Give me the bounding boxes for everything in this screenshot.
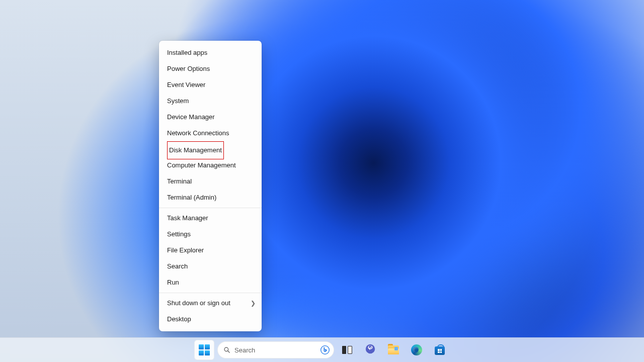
menu-item-terminal[interactable]: Terminal <box>159 173 262 190</box>
menu-item-run[interactable]: Run <box>159 275 262 291</box>
winx-context-menu: Installed apps Power Options Event Viewe… <box>159 41 262 331</box>
file-explorer-icon <box>388 345 399 354</box>
menu-separator <box>159 208 262 208</box>
microsoft-store-button[interactable] <box>430 340 450 360</box>
menu-item-device-manager[interactable]: Device Manager <box>159 109 262 125</box>
winx-menu-group-2: Task Manager Settings File Explorer Sear… <box>159 209 262 292</box>
svg-line-1 <box>228 351 230 353</box>
desktop[interactable]: Installed apps Power Options Event Viewe… <box>0 0 644 362</box>
menu-item-system[interactable]: System <box>159 93 262 109</box>
menu-item-network-connections[interactable]: Network Connections <box>159 125 262 141</box>
winx-menu-group-1: Installed apps Power Options Event Viewe… <box>159 44 262 207</box>
task-view-icon <box>342 346 352 354</box>
menu-item-task-manager[interactable]: Task Manager <box>159 210 262 226</box>
menu-item-terminal-admin[interactable]: Terminal (Admin) <box>159 190 262 206</box>
menu-separator <box>159 293 262 293</box>
menu-item-event-viewer[interactable]: Event Viewer <box>159 77 262 93</box>
taskbar-search[interactable]: Search <box>217 341 334 358</box>
menu-item-power-options[interactable]: Power Options <box>159 61 262 77</box>
edge-button[interactable] <box>407 340 427 360</box>
menu-item-settings[interactable]: Settings <box>159 226 262 242</box>
edge-icon <box>411 344 422 355</box>
task-view-button[interactable] <box>337 340 357 360</box>
winx-menu-group-3: Shut down or sign out ❯ Desktop <box>159 294 262 328</box>
search-icon <box>223 346 230 353</box>
svg-point-2 <box>321 346 330 354</box>
taskbar: Search <box>0 337 644 362</box>
chat-icon <box>365 343 376 356</box>
menu-item-shut-down-or-sign-out[interactable]: Shut down or sign out ❯ <box>159 295 262 311</box>
menu-item-file-explorer[interactable]: File Explorer <box>159 242 262 258</box>
menu-item-disk-management[interactable]: Disk Management <box>159 141 262 157</box>
bing-icon <box>319 344 331 356</box>
menu-item-search[interactable]: Search <box>159 258 262 275</box>
chevron-right-icon: ❯ <box>251 295 256 311</box>
file-explorer-button[interactable] <box>383 340 404 360</box>
chat-button[interactable] <box>360 340 380 360</box>
search-placeholder: Search <box>234 346 255 354</box>
start-button[interactable] <box>194 340 214 360</box>
menu-item-installed-apps[interactable]: Installed apps <box>159 45 262 61</box>
microsoft-store-icon <box>434 344 445 355</box>
windows-logo-icon <box>199 344 210 355</box>
menu-item-computer-management[interactable]: Computer Management <box>159 157 262 173</box>
menu-item-desktop[interactable]: Desktop <box>159 311 262 327</box>
